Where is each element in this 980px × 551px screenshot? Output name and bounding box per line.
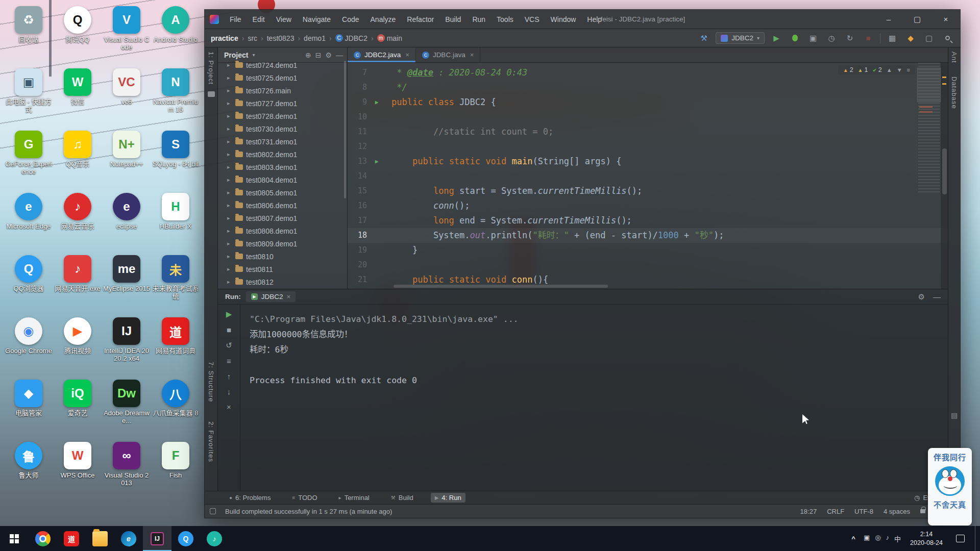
menu-run[interactable]: Run (468, 13, 490, 26)
desktop-icon[interactable]: FFish (151, 439, 200, 501)
expand-chevron-icon[interactable]: ▸ (227, 253, 232, 260)
stop-button[interactable]: ■ (862, 32, 875, 45)
inspection-badge[interactable]: ▲2 (843, 66, 853, 73)
file-explorer-taskbar-icon[interactable] (86, 526, 114, 551)
tool-button-1-project[interactable]: 1: Project (207, 52, 215, 85)
desktop-icon[interactable]: 未未来教育考试系统 (151, 252, 200, 314)
breadcrumb-item[interactable]: practice (211, 34, 238, 42)
desktop-icon[interactable]: eeclipse (102, 190, 151, 252)
hide-panel-icon[interactable]: — (336, 51, 343, 59)
expand-chevron-icon[interactable]: ▸ (227, 164, 232, 170)
project-tree-item[interactable]: ▸test0727.demo1 (218, 97, 347, 110)
caret-position[interactable]: 18:27 (800, 508, 817, 515)
line-separator[interactable]: CRLF (827, 508, 844, 515)
project-tree-item[interactable]: ▸test0725.demo1 (218, 71, 347, 84)
code-minimap[interactable] (918, 63, 940, 194)
close-icon[interactable]: × (287, 293, 291, 300)
project-tree-item[interactable]: ▸test0802.demo1 (218, 148, 347, 161)
breadcrumb-item[interactable]: src (248, 34, 257, 42)
desktop-icon[interactable]: QQQ浏览器 (4, 252, 53, 314)
menu-tools[interactable]: Tools (492, 13, 518, 26)
tool-window-button-terminal[interactable]: ▸Terminal (335, 493, 374, 503)
project-tree-item[interactable]: ▸test0726.main (218, 84, 347, 97)
expand-chevron-icon[interactable]: ▸ (227, 177, 232, 183)
locate-file-icon[interactable]: ⊕ (305, 51, 311, 59)
desktop-icon[interactable]: SSQLyog - 64 bit (151, 128, 200, 190)
layout-icon[interactable]: ▢ (922, 32, 936, 45)
tool-window-button-6-problems[interactable]: ●6: Problems (225, 493, 275, 503)
menu-build[interactable]: Build (440, 13, 465, 26)
project-panel-title[interactable]: Project (224, 51, 248, 59)
project-tree-item[interactable]: ▸test0804.demo1 (218, 173, 347, 186)
desktop-icon[interactable]: IJIntelliJ IDEA 2020.2 x64 (102, 314, 151, 377)
scroll-up-icon[interactable]: ↑ (227, 372, 231, 381)
run-tab[interactable]: ▶ JDBC2 × (246, 291, 296, 302)
expand-chevron-icon[interactable]: ▸ (227, 138, 232, 145)
search-everywhere-button[interactable] (941, 32, 954, 45)
expand-chevron-icon[interactable]: ▸ (227, 228, 232, 234)
chrome-taskbar-icon[interactable] (29, 526, 57, 551)
menu-view[interactable]: View (272, 13, 296, 26)
code-editor[interactable]: 7 * @date : 2020-08-24 0:438 */9▶public … (348, 63, 948, 289)
tool-window-button-todo[interactable]: ≡TODO (288, 493, 321, 503)
action-center-icon[interactable] (956, 535, 965, 542)
desktop-icon[interactable]: ♪网易天音开.exe (53, 252, 102, 314)
desktop-icon[interactable]: ◆电脑管家 (4, 377, 53, 439)
project-tree-item[interactable]: ▸test0724.demo1 (218, 59, 347, 71)
scroll-down-icon[interactable]: ↓ (227, 387, 231, 396)
desktop-icon[interactable]: meMyEclipse 2015 (102, 252, 151, 314)
youdao-taskbar-icon[interactable]: 道 (57, 526, 86, 551)
desktop-icon[interactable]: HHBuilder X (151, 190, 200, 252)
rerun-app-button[interactable]: ↻ (843, 32, 856, 45)
desktop-icon[interactable]: DwAdobe Dreamwe... (102, 377, 151, 439)
expand-chevron-icon[interactable]: ▸ (227, 202, 232, 209)
project-tree-item[interactable]: ▸test0730.demo1 (218, 122, 347, 135)
expand-chevron-icon[interactable]: ▸ (227, 62, 232, 68)
desktop-icon[interactable]: N+Notepad++ (102, 128, 151, 190)
desktop-icon[interactable]: eMicrosoft Edge (4, 190, 53, 252)
clear-console-icon[interactable]: × (227, 403, 231, 411)
breadcrumb-item[interactable]: CJDBC2 (335, 34, 368, 42)
prev-problem-icon[interactable]: ▲ (887, 67, 892, 73)
minimize-button[interactable]: – (874, 10, 903, 29)
close-button[interactable]: × (932, 10, 960, 29)
desktop-icon[interactable]: ▶腾讯视频 (53, 314, 102, 377)
horizontal-scrollbar[interactable] (394, 285, 608, 288)
run-console[interactable]: "C:\Program Files\Java\jdk1.8.0_231\bin\… (240, 305, 948, 491)
volume-icon[interactable]: ♪ (886, 534, 890, 543)
music-app-taskbar-icon[interactable]: ♪ (200, 526, 229, 551)
run-line-gutter-icon[interactable]: ▶ (371, 154, 382, 169)
menu-file[interactable]: File (225, 13, 246, 26)
updates-icon[interactable]: ◆ (904, 32, 917, 45)
editor-tab-jdbc2-java[interactable]: CJDBC2.java× (348, 47, 416, 62)
panel-settings-icon[interactable]: ⚙ (325, 51, 332, 59)
tool-button-7-structure[interactable]: 7: Structure (207, 362, 215, 402)
project-tree-item[interactable]: ▸test0728.demo1 (218, 110, 347, 122)
project-tree-item[interactable]: ▸test0805.demo1 (218, 186, 347, 199)
desktop-icon[interactable]: 八八爪鱼采集器 8 (151, 377, 200, 439)
project-scrollbar[interactable] (344, 61, 346, 198)
desktop-icon[interactable]: VCvc6 (102, 65, 151, 128)
rerun-button[interactable]: ▶ (226, 310, 232, 319)
close-tab-icon[interactable]: × (470, 51, 474, 59)
project-tree-item[interactable]: ▸test0806.demo1 (218, 199, 347, 212)
run-line-gutter-icon[interactable]: ▶ (371, 95, 382, 110)
project-tree-item[interactable]: ▸test0808.demo1 (218, 224, 347, 237)
file-encoding[interactable]: UTF-8 (854, 508, 873, 515)
expand-chevron-icon[interactable]: ▸ (227, 266, 232, 272)
stop-button[interactable]: ■ (227, 325, 231, 334)
status-icon[interactable] (210, 508, 216, 514)
project-tree-item[interactable]: ▸test0803.demo1 (218, 161, 347, 173)
collapse-all-icon[interactable]: ⊟ (315, 51, 322, 59)
project-tree-item[interactable]: ▸test0811 (218, 263, 347, 276)
menu-code[interactable]: Code (337, 13, 363, 26)
taskbar-clock[interactable]: 2:14 2020-08-24 (907, 530, 946, 547)
run-button[interactable]: ▶ (770, 32, 783, 45)
maximize-button[interactable]: ▢ (903, 10, 932, 29)
desktop-icon[interactable]: 道网易有道词典 (151, 314, 200, 377)
layers-tool-icon[interactable]: ▤ (951, 411, 958, 419)
restore-layout-icon[interactable]: ↺ (226, 341, 232, 350)
lock-icon[interactable] (920, 509, 925, 513)
breadcrumb-item[interactable]: test0823 (267, 34, 295, 42)
expand-chevron-icon[interactable]: ▸ (227, 126, 232, 132)
